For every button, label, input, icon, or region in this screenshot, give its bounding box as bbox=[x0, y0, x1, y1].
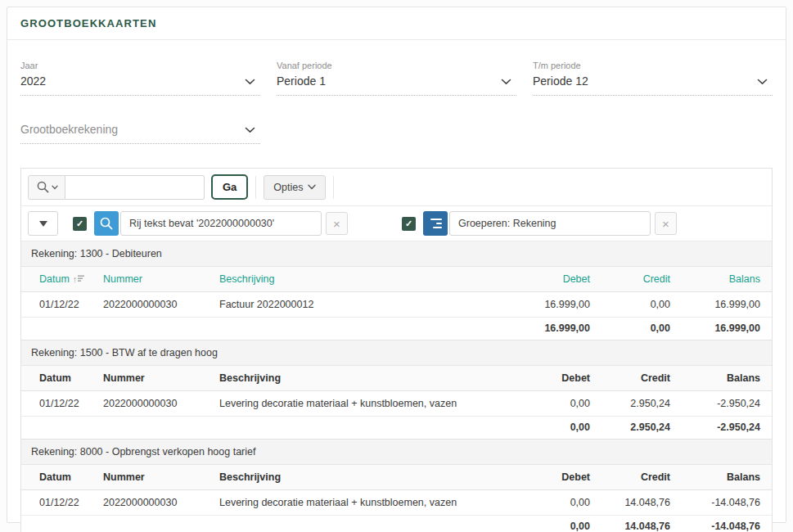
table-row[interactable]: 01/12/222022000000030Factuur 20220000121… bbox=[21, 292, 772, 318]
column-header-debet: Debet bbox=[508, 366, 600, 391]
chevron-down-icon bbox=[308, 184, 316, 190]
total-debet: 0,00 bbox=[508, 516, 600, 532]
ledger-table: DatumNummerBeschrijvingDebetCreditBalans… bbox=[21, 366, 772, 440]
total-debet: 16.999,00 bbox=[508, 318, 600, 340]
grootboekrekening-select[interactable]: Grootboekrekening bbox=[20, 108, 260, 144]
total-debet: 0,00 bbox=[508, 417, 600, 440]
column-header-beschrijving[interactable]: Beschrijving bbox=[211, 267, 508, 292]
group-by-icon bbox=[430, 219, 442, 228]
column-header-balans: Balans bbox=[680, 465, 772, 490]
column-header-credit[interactable]: Credit bbox=[600, 267, 680, 292]
cell-credit: 0,00 bbox=[600, 292, 680, 318]
interactive-report-region: Ga Opties ✓ Rij tekst bevat '20220 bbox=[20, 168, 773, 532]
column-header-beschrijving: Beschrijving bbox=[211, 366, 508, 391]
group-total-row: 0,002.950,24-2.950,24 bbox=[21, 417, 772, 440]
column-header-balans: Balans bbox=[680, 366, 772, 391]
jaar-label: Jaar bbox=[20, 60, 260, 71]
total-balans: 16.999,00 bbox=[680, 318, 772, 340]
cell-datum: 01/12/22 bbox=[21, 292, 95, 318]
cell-credit: 2.950,24 bbox=[600, 391, 680, 417]
group-title: Rekening: 8000 - Opbrengst verkopen hoog… bbox=[21, 440, 772, 465]
jaar-select[interactable]: Jaar 2022 bbox=[20, 60, 260, 96]
cell-debet: 0,00 bbox=[508, 391, 600, 417]
table-header-row: DatumNummerBeschrijvingDebetCreditBalans bbox=[21, 465, 772, 490]
search-icon bbox=[99, 216, 114, 231]
sort-ascending-icon: ↑ bbox=[73, 274, 85, 284]
chevron-down-icon bbox=[245, 79, 255, 85]
ledger-table: DatumNummerBeschrijvingDebetCreditBalans… bbox=[21, 465, 772, 532]
tm-periode-value: Periode 12 bbox=[533, 73, 773, 89]
report-group: Rekening: 1500 - BTW af te dragen hoog D… bbox=[21, 340, 772, 440]
cell-credit: 14.048,76 bbox=[600, 490, 680, 516]
divider bbox=[333, 176, 334, 199]
table-row[interactable]: 01/12/222022000000030Levering decoratie … bbox=[21, 490, 772, 516]
filter-row-1: Jaar 2022 Vanaf periode Periode 1 T/m pe… bbox=[20, 60, 773, 96]
search-group bbox=[28, 175, 205, 200]
report-groups: Rekening: 1300 - Debiteuren Datum↑Nummer… bbox=[21, 241, 772, 532]
cell-nummer: 2022000000030 bbox=[95, 292, 211, 318]
table-header-row: DatumNummerBeschrijvingDebetCreditBalans bbox=[21, 366, 772, 391]
filter-form: Jaar 2022 Vanaf periode Periode 1 T/m pe… bbox=[7, 40, 786, 168]
filter-description[interactable]: Rij tekst bevat '2022000000030' bbox=[120, 211, 322, 236]
grootboekrekening-label-spacer bbox=[20, 108, 260, 119]
ledger-table: Datum↑NummerBeschrijvingDebetCreditBalan… bbox=[21, 267, 772, 340]
total-spacer bbox=[21, 318, 508, 340]
table-row[interactable]: 01/12/222022000000030Levering decoratie … bbox=[21, 391, 772, 417]
chevron-down-icon bbox=[52, 185, 58, 190]
report-settings-toggle-button[interactable] bbox=[28, 211, 58, 236]
filter-enabled-checkbox[interactable]: ✓ bbox=[73, 217, 87, 231]
group-total-row: 0,0014.048,76-14.048,76 bbox=[21, 516, 772, 532]
cell-nummer: 2022000000030 bbox=[95, 391, 211, 417]
column-header-datum[interactable]: Datum↑ bbox=[21, 267, 95, 292]
page-title: GROOTBOEKKAARTEN bbox=[20, 17, 773, 29]
cell-debet: 0,00 bbox=[508, 490, 600, 516]
tm-periode-select[interactable]: T/m periode Periode 12 bbox=[533, 60, 773, 96]
vanaf-periode-select[interactable]: Vanaf periode Periode 1 bbox=[277, 60, 516, 96]
column-header-datum: Datum bbox=[21, 465, 95, 490]
total-credit: 14.048,76 bbox=[600, 516, 680, 532]
options-button[interactable]: Opties bbox=[264, 175, 326, 200]
total-spacer bbox=[21, 516, 508, 532]
column-header-debet[interactable]: Debet bbox=[508, 267, 600, 292]
report-group: Rekening: 8000 - Opbrengst verkopen hoog… bbox=[21, 440, 772, 532]
active-filters-row: ✓ Rij tekst bevat '2022000000030' × ✓ Gr… bbox=[21, 206, 772, 241]
column-header-credit: Credit bbox=[600, 366, 680, 391]
divider bbox=[255, 176, 256, 199]
group-by-tile[interactable] bbox=[423, 211, 448, 236]
search-input[interactable] bbox=[65, 175, 205, 200]
options-label: Opties bbox=[273, 182, 303, 193]
column-header-nummer[interactable]: Nummer bbox=[95, 267, 211, 292]
vanaf-periode-value: Periode 1 bbox=[277, 73, 516, 89]
grootboekrekening-value: Grootboekrekening bbox=[20, 121, 260, 138]
cell-beschrijving: Factuur 2022000012 bbox=[211, 292, 508, 318]
group-total-row: 16.999,000,0016.999,00 bbox=[21, 318, 772, 340]
total-spacer bbox=[21, 417, 508, 440]
table-header-row: Datum↑NummerBeschrijvingDebetCreditBalan… bbox=[21, 267, 772, 292]
column-header-datum: Datum bbox=[21, 366, 95, 391]
go-button[interactable]: Ga bbox=[211, 174, 248, 200]
cell-beschrijving: Levering decoratie materiaal + kunstbloe… bbox=[211, 391, 508, 417]
search-bar: Ga Opties bbox=[21, 169, 772, 206]
group-title: Rekening: 1500 - BTW af te dragen hoog bbox=[21, 340, 772, 366]
chevron-down-icon bbox=[501, 79, 511, 85]
triangle-down-icon bbox=[39, 221, 47, 227]
column-header-credit: Credit bbox=[600, 465, 680, 490]
search-column-menu-button[interactable] bbox=[28, 175, 65, 200]
column-header-nummer: Nummer bbox=[95, 366, 211, 391]
cell-debet: 16.999,00 bbox=[508, 292, 600, 318]
cell-balans: -2.950,24 bbox=[680, 391, 772, 417]
column-header-balans[interactable]: Balans bbox=[680, 267, 772, 292]
remove-groupby-button[interactable]: × bbox=[655, 212, 677, 235]
chevron-down-icon bbox=[245, 127, 255, 133]
total-balans: -2.950,24 bbox=[680, 417, 772, 440]
groupby-description[interactable]: Groeperen: Rekening bbox=[449, 211, 651, 236]
cell-datum: 01/12/22 bbox=[21, 391, 95, 417]
filter-chip-row-text: ✓ Rij tekst bevat '2022000000030' × bbox=[58, 211, 348, 236]
remove-filter-button[interactable]: × bbox=[326, 212, 348, 235]
cell-nummer: 2022000000030 bbox=[95, 490, 211, 516]
total-credit: 2.950,24 bbox=[600, 417, 680, 440]
jaar-value: 2022 bbox=[20, 73, 260, 89]
chevron-down-icon bbox=[757, 79, 768, 85]
groupby-enabled-checkbox[interactable]: ✓ bbox=[402, 217, 416, 231]
filter-search-tile[interactable] bbox=[94, 211, 119, 236]
